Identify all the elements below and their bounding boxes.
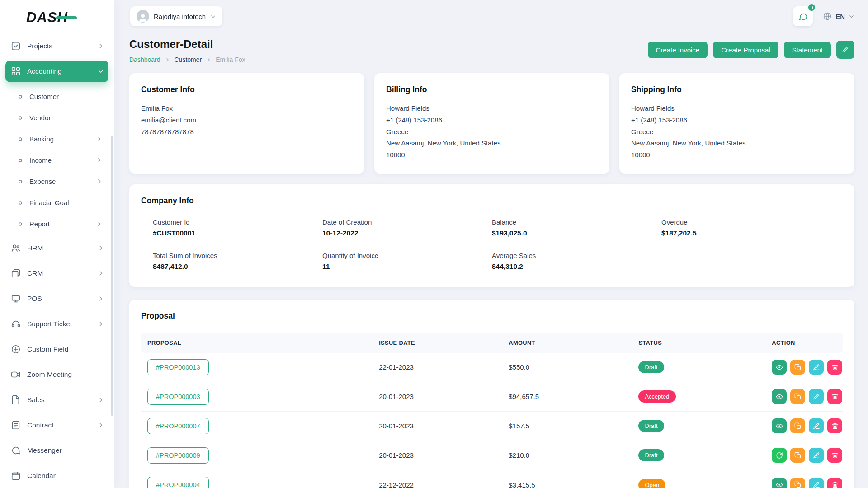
proposal-link[interactable]: #PROP000013 xyxy=(147,359,209,375)
sidebar-item-messenger[interactable]: Messenger xyxy=(5,440,108,461)
sidebar-item-support-ticket[interactable]: Support Ticket xyxy=(5,313,108,335)
sidebar-subitem-label: Customer xyxy=(29,93,108,100)
notification-badge: 9 xyxy=(807,3,816,12)
create-proposal-button[interactable]: Create Proposal xyxy=(713,42,778,58)
statement-button[interactable]: Statement xyxy=(784,42,831,58)
sidebar-item-pos[interactable]: POS xyxy=(5,288,108,310)
issue-date-cell: 20-01-2023 xyxy=(373,418,502,434)
billing-country: Greece xyxy=(386,127,598,137)
sidebar-scrollbar[interactable] xyxy=(111,136,113,416)
sidebar-item-zoom-meeting[interactable]: Zoom Meeting xyxy=(5,364,108,385)
sidebar: DASH Projects Accounting Customer Vendor xyxy=(0,0,114,488)
view-button[interactable] xyxy=(772,418,787,433)
view-button[interactable] xyxy=(772,389,787,404)
status-badge: Draft xyxy=(638,420,664,432)
edit-customer-button[interactable] xyxy=(836,41,854,59)
duplicate-button[interactable] xyxy=(790,448,805,463)
edit-button[interactable] xyxy=(809,448,824,463)
sidebar-subitem-label: Banking xyxy=(29,135,96,143)
contract-icon xyxy=(11,420,21,430)
language-selector[interactable]: EN xyxy=(823,12,854,21)
messages-button[interactable]: 9 xyxy=(793,6,813,26)
sidebar-subitem-report[interactable]: Report xyxy=(5,213,108,235)
delete-button[interactable] xyxy=(827,389,842,404)
sidebar-item-custom-field[interactable]: Custom Field xyxy=(5,338,108,360)
sidebar-item-crm[interactable]: CRM xyxy=(5,263,108,284)
breadcrumb-customer[interactable]: Customer xyxy=(175,56,202,63)
sidebar-item-calendar[interactable]: Calendar xyxy=(5,465,108,487)
card-title: Proposal xyxy=(141,311,843,321)
create-invoice-button[interactable]: Create Invoice xyxy=(648,42,708,58)
proposal-card: Proposal PROPOSAL ISSUE DATE AMOUNT STAT… xyxy=(129,300,854,488)
edit-button[interactable] xyxy=(809,478,824,488)
chevron-right-icon xyxy=(98,296,104,302)
sidebar-item-label: Contract xyxy=(27,421,98,429)
shipping-zip: 10000 xyxy=(631,150,843,160)
main-content: Customer-Detail Dashboard Customer Emili… xyxy=(114,33,868,488)
proposal-link[interactable]: #PROP000003 xyxy=(147,389,209,405)
status-badge: Draft xyxy=(638,361,664,373)
customer-name: Emilia Fox xyxy=(141,103,353,113)
sidebar-subitem-label: Report xyxy=(29,220,96,228)
view-button[interactable] xyxy=(772,478,787,488)
sidebar-item-label: Custom Field xyxy=(27,345,104,353)
amount-cell: $157.5 xyxy=(502,418,632,434)
edit-button[interactable] xyxy=(809,360,824,375)
card-title: Shipping Info xyxy=(631,85,843,94)
chevron-right-icon xyxy=(165,57,170,62)
sidebar-subitem-financial-goal[interactable]: Finacial Goal xyxy=(5,192,108,213)
chevron-right-icon xyxy=(206,57,211,62)
sidebar-subitem-banking[interactable]: Banking xyxy=(5,128,108,150)
sidebar-subitem-vendor[interactable]: Vendor xyxy=(5,107,108,128)
chevron-right-icon xyxy=(98,321,104,327)
proposal-link[interactable]: #PROP000009 xyxy=(147,447,209,464)
row-actions xyxy=(765,443,843,467)
duplicate-button[interactable] xyxy=(790,389,805,404)
edit-button[interactable] xyxy=(809,389,824,404)
sidebar-subitem-customer[interactable]: Customer xyxy=(5,86,108,107)
dash-logo[interactable]: DASH xyxy=(5,0,108,35)
duplicate-button[interactable] xyxy=(790,360,805,375)
proposal-link[interactable]: #PROP000007 xyxy=(147,418,209,434)
chevron-right-icon xyxy=(98,270,104,277)
table-row: #PROP000013 22-01-2023 $550.0 Draft xyxy=(141,353,843,382)
amount-cell: $210.0 xyxy=(502,447,632,464)
sidebar-item-label: Calendar xyxy=(27,472,104,480)
video-icon xyxy=(11,370,21,380)
table-row: #PROP000009 20-01-2023 $210.0 Draft xyxy=(141,441,843,470)
col-status: STATUS xyxy=(632,333,765,353)
view-button[interactable] xyxy=(772,360,787,375)
chevron-right-icon xyxy=(96,136,102,142)
sidebar-item-contract[interactable]: Contract xyxy=(5,414,108,436)
delete-button[interactable] xyxy=(827,360,842,375)
field-label: Quantity of Invoice xyxy=(322,252,492,259)
delete-button[interactable] xyxy=(827,418,842,433)
field-label: Average Sales xyxy=(492,252,661,259)
convert-button[interactable] xyxy=(772,448,787,463)
sidebar-item-projects[interactable]: Projects xyxy=(5,35,108,57)
sidebar-item-sales[interactable]: Sales xyxy=(5,389,108,411)
sidebar-item-accounting[interactable]: Accounting xyxy=(5,61,108,82)
bullet-icon xyxy=(17,200,24,206)
headset-icon xyxy=(11,319,21,329)
card-title: Billing Info xyxy=(386,85,598,94)
breadcrumb-dashboard[interactable]: Dashboard xyxy=(129,56,160,63)
delete-button[interactable] xyxy=(827,478,842,488)
sidebar-item-label: Projects xyxy=(27,42,98,50)
billing-address: New Aasamj, New York, United States xyxy=(386,138,598,148)
billing-zip: 10000 xyxy=(386,150,598,160)
top-bar: Rajodiya infotech 9 EN xyxy=(114,0,868,33)
proposal-link[interactable]: #PROP000004 xyxy=(147,477,209,488)
sidebar-nav: Projects Accounting Customer Vendor Bank… xyxy=(5,35,108,487)
sidebar-subitem-income[interactable]: Income xyxy=(5,150,108,171)
sidebar-subitem-expense[interactable]: Expense xyxy=(5,171,108,192)
sidebar-item-hrm[interactable]: HRM xyxy=(5,237,108,259)
duplicate-button[interactable] xyxy=(790,418,805,433)
breadcrumb-current: Emilia Fox xyxy=(216,56,245,63)
duplicate-button[interactable] xyxy=(790,478,805,488)
delete-button[interactable] xyxy=(827,448,842,463)
workspace-selector[interactable]: Rajodiya infotech xyxy=(130,6,222,26)
edit-button[interactable] xyxy=(809,418,824,433)
billing-info-card: Billing Info Howard Fields +1 (248) 153-… xyxy=(374,73,609,174)
sidebar-item-label: CRM xyxy=(27,269,98,277)
